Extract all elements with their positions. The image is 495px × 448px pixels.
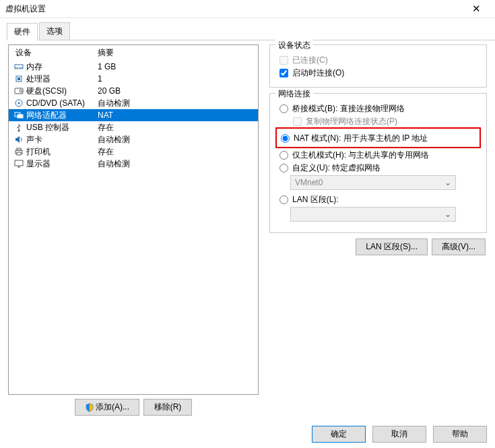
title-bar: 虚拟机设置 ✕ [0,0,495,18]
lan-select: ⌄ [290,207,456,222]
connect-on-power-checkbox[interactable]: 启动时连接(O) [277,67,480,79]
svg-rect-17 [15,160,23,166]
header-device: 设备 [13,47,98,59]
svg-rect-7 [15,88,23,94]
nat-radio[interactable]: NAT 模式(N): 用于共享主机的 IP 地址 [278,133,478,144]
custom-radio[interactable]: 自定义(U): 特定虚拟网络 [277,162,480,174]
device-row[interactable]: CD/DVD (SATA)自动检测 [9,97,258,109]
device-summary: 20 GB [98,86,254,96]
usb-icon [13,122,25,133]
device-row[interactable]: 声卡自动检测 [9,133,258,146]
device-list-header: 设备 摘要 [9,45,258,61]
svg-point-13 [18,130,20,132]
chevron-down-icon: ⌄ [444,178,451,187]
svg-rect-0 [15,65,23,68]
bridge-radio-input[interactable] [279,104,288,113]
shield-icon [85,403,94,412]
device-status-title: 设备状态 [275,40,313,51]
display-icon [13,158,25,169]
device-name: 处理器 [25,73,98,85]
device-name: 打印机 [25,146,98,158]
nat-radio-input[interactable] [281,134,290,143]
lan-segment-button[interactable]: LAN 区段(S)... [356,238,428,255]
ok-button[interactable]: 确定 [312,426,366,443]
connected-input [279,56,288,65]
device-summary: 自动检测 [98,134,254,146]
device-summary: NAT [98,110,254,120]
svg-rect-16 [17,152,21,155]
tab-hardware[interactable]: 硬件 [7,23,38,40]
tab-options[interactable]: 选项 [39,22,70,40]
device-summary: 1 GB [98,62,254,71]
printer-icon [13,146,25,157]
device-row[interactable]: 网络适配器NAT [9,109,258,121]
device-status-group: 设备状态 已连接(C) 启动时连接(O) [269,44,487,88]
lan-radio[interactable]: LAN 区段(L): [277,194,480,205]
connect-on-power-input[interactable] [279,69,288,77]
host-only-radio[interactable]: 仅主机模式(H): 与主机共享的专用网络 [277,150,480,161]
remove-button[interactable]: 移除(R) [143,399,192,416]
sound-icon [13,134,25,145]
net-icon [13,110,25,121]
device-row[interactable]: 显示器自动检测 [9,158,258,170]
close-icon[interactable]: ✕ [463,3,490,15]
device-row[interactable]: USB 控制器存在 [9,121,258,133]
nat-highlight: NAT 模式(N): 用于共享主机的 IP 地址 [275,127,481,148]
network-connection-group: 网络连接 桥接模式(B): 直接连接物理网络 复制物理网络连接状态(P) NAT… [269,93,487,233]
svg-point-8 [20,90,22,92]
svg-rect-12 [18,115,23,118]
device-row[interactable]: 硬盘(SCSI)20 GB [9,85,258,97]
disk-icon [13,86,25,96]
device-summary: 存在 [98,122,254,133]
window-title: 虚拟机设置 [5,3,463,15]
device-name: CD/DVD (SATA) [25,98,98,108]
bridge-radio[interactable]: 桥接模式(B): 直接连接物理网络 [277,103,480,115]
cpu-icon [13,73,25,84]
add-button-label: 添加(A)... [96,402,129,413]
tab-bar: 硬件 选项 [7,22,495,40]
device-summary: 1 [98,74,254,84]
device-row[interactable]: 打印机存在 [9,146,258,158]
device-row[interactable]: 处理器1 [9,73,258,85]
svg-rect-6 [18,77,20,80]
device-name: 内存 [25,61,98,73]
device-row[interactable]: 内存1 GB [9,61,258,73]
device-summary: 自动检测 [98,158,254,170]
cancel-button[interactable]: 取消 [372,426,426,443]
replicate-input [293,117,302,126]
device-name: 声卡 [25,134,98,146]
advanced-button[interactable]: 高级(V)... [432,238,486,255]
network-connection-title: 网络连接 [275,88,313,100]
lan-radio-input[interactable] [279,195,288,204]
device-name: 网络适配器 [25,110,98,121]
custom-radio-input[interactable] [279,164,288,172]
device-name: 硬盘(SCSI) [25,86,98,97]
add-button[interactable]: 添加(A)... [75,399,139,416]
device-summary: 存在 [98,146,254,158]
help-button[interactable]: 帮助 [433,426,487,443]
dialog-footer: 确定 取消 帮助 [312,426,487,443]
device-summary: 自动检测 [98,98,254,109]
svg-point-10 [18,102,20,104]
device-name: USB 控制器 [25,122,98,133]
memory-icon [13,61,25,72]
svg-rect-15 [17,148,21,150]
vmnet-select: VMnet0 ⌄ [290,175,456,190]
header-summary: 摘要 [98,47,254,59]
device-list[interactable]: 设备 摘要 内存1 GB处理器1硬盘(SCSI)20 GBCD/DVD (SAT… [8,44,259,395]
chevron-down-icon: ⌄ [444,210,451,219]
host-only-radio-input[interactable] [279,151,288,160]
replicate-checkbox: 复制物理网络连接状态(P) [290,116,480,127]
device-name: 显示器 [25,158,98,170]
cd-icon [13,98,25,108]
connected-checkbox: 已连接(C) [277,55,480,66]
